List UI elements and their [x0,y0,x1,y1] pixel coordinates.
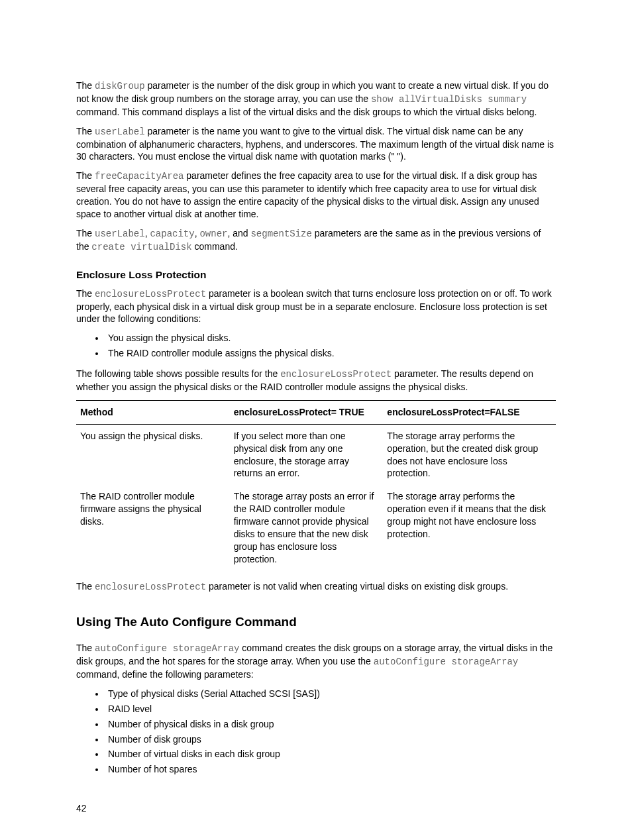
table-header: enclosureLossProtect= TRUE [230,400,384,424]
paragraph: The userLabel, capacity, owner, and segm… [76,227,556,254]
table-cell: You assign the physical disks. [76,424,230,485]
heading-enclosure-loss-protection: Enclosure Loss Protection [76,268,556,282]
conditions-list: You assign the physical disks. The RAID … [76,332,556,360]
list-item: Number of virtual disks in each disk gro… [105,748,556,761]
table-row: The RAID controller module firmware assi… [76,485,556,570]
text: command. [192,241,238,252]
paragraph: The freeCapacityArea parameter defines t… [76,170,556,221]
text: The [76,80,95,91]
text: , and [227,228,250,238]
list-item: Number of hot spares [105,763,556,776]
code: autoConfigure storageArray [374,656,518,667]
paragraph: The diskGroup parameter is the number of… [76,79,556,119]
code: capacity [150,229,194,239]
paragraph: The autoConfigure storageArray command c… [76,642,556,681]
parameters-list: Type of physical disks (Serial Attached … [76,688,556,776]
text: The following table shows possible resul… [76,368,280,379]
code: freeCapacityArea [95,171,184,182]
table-header-row: Method enclosureLossProtect= TRUE enclos… [76,400,556,424]
table-header: Method [76,400,230,424]
text: parameter is the name you want to give t… [76,126,554,162]
paragraph: The following table shows possible resul… [76,368,556,394]
table-header: enclosureLossProtect=FALSE [383,400,556,424]
list-item: Number of disk groups [105,733,556,746]
table-row: You assign the physical disks. If you se… [76,424,556,485]
list-item: Number of physical disks in a disk group [105,718,556,731]
code: enclosureLossProtect [280,369,392,380]
list-item: The RAID controller module assigns the p… [105,347,556,360]
code: create virtualDisk [91,242,191,252]
text: The [76,228,95,238]
table-cell: The storage array performs the operation… [383,485,556,570]
code: diskGroup [95,81,145,91]
text: command. This command displays a list of… [76,107,537,117]
code: autoConfigure storageArray [95,643,239,654]
list-item: RAID level [105,703,556,715]
code: segmentSize [250,229,311,239]
text: The [76,126,95,136]
list-item: Type of physical disks (Serial Attached … [105,688,556,700]
paragraph: The userLabel parameter is the name you … [76,125,556,164]
code: show allVirtualDisks summary [371,94,527,105]
code: userLabel [95,229,145,239]
paragraph: The enclosureLossProtect parameter is no… [76,580,556,594]
text: The [76,643,95,653]
code: enclosureLossProtect [95,582,206,592]
table-cell: The storage array posts an error if the … [230,485,384,570]
text: The [76,288,95,299]
text: parameter is not valid when creating vir… [206,581,508,592]
heading-auto-configure: Using The Auto Configure Command [76,613,556,631]
table-cell: The storage array performs the operation… [383,424,556,485]
list-item: You assign the physical disks. [105,332,556,344]
code: owner [199,229,227,239]
text: command, define the following parameters… [76,669,254,680]
page-number: 42 [76,802,556,815]
table-cell: If you select more than one physical dis… [230,424,384,485]
code: userLabel [95,127,145,137]
text: The [76,170,95,181]
page-content: The diskGroup parameter is the number of… [0,0,632,840]
table-cell: The RAID controller module firmware assi… [76,485,230,570]
text: The [76,581,95,592]
code: enclosureLossProtect [95,289,206,299]
paragraph: The enclosureLossProtect parameter is a … [76,288,556,326]
enclosure-loss-protect-table: Method enclosureLossProtect= TRUE enclos… [76,400,556,571]
